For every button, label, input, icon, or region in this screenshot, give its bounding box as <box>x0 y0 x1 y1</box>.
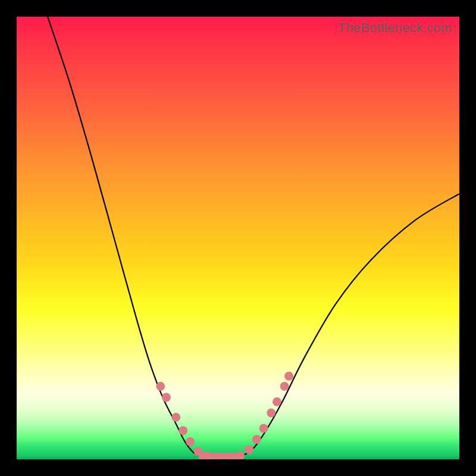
curves-svg <box>17 17 459 459</box>
data-marker <box>162 393 171 402</box>
data-marker <box>273 397 281 406</box>
data-marker <box>202 452 211 459</box>
data-marker <box>194 447 203 456</box>
markers-left <box>156 382 233 459</box>
watermark-text: TheBottleneck.com <box>338 20 452 36</box>
data-marker <box>171 413 180 422</box>
data-marker <box>178 426 187 435</box>
plot-area: TheBottleneck.com <box>17 17 459 459</box>
chart-frame: TheBottleneck.com <box>0 0 476 476</box>
data-marker <box>284 372 293 381</box>
data-marker <box>156 382 165 391</box>
data-marker <box>259 424 268 433</box>
data-marker <box>252 435 261 444</box>
right-curve <box>238 194 459 458</box>
data-marker <box>280 382 289 391</box>
data-marker <box>236 452 245 459</box>
data-marker <box>245 445 253 454</box>
data-marker <box>267 408 275 417</box>
left-curve <box>48 17 202 457</box>
data-marker <box>186 437 195 446</box>
markers-right <box>236 372 293 459</box>
